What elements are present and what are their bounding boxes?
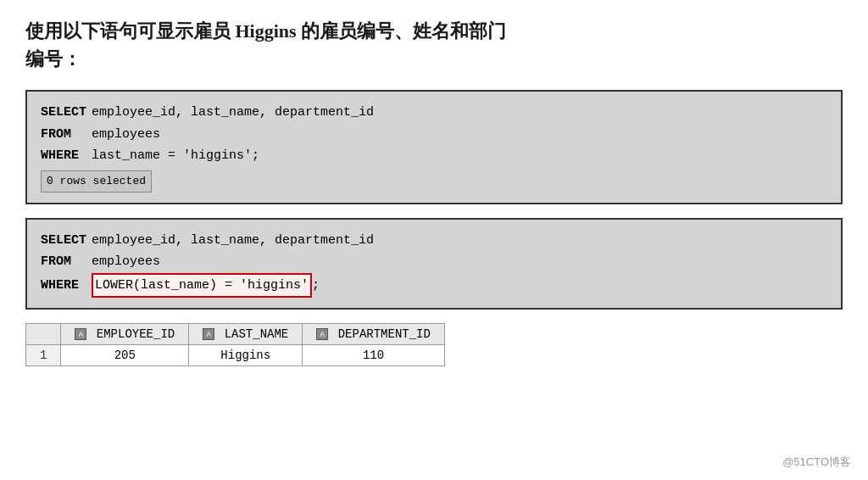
table-header-department-id: A DEPARTMENT_ID	[303, 324, 445, 345]
keyword-select-1: SELECT	[41, 102, 92, 124]
cell-last-name: Higgins	[189, 345, 303, 366]
where-post: ;	[312, 275, 320, 297]
select-fields-1: employee_id, last_name, department_id	[92, 102, 374, 124]
column-icon-department-id: A	[316, 328, 328, 340]
table-header-row: A EMPLOYEE_ID A LAST_NAME A DEPARTMENT_I…	[26, 324, 445, 345]
code-block-2: SELECT employee_id, last_name, departmen…	[25, 218, 843, 310]
cell-department-id: 110	[303, 345, 445, 366]
watermark: @51CTO博客	[782, 455, 851, 470]
column-icon-last-name: A	[203, 328, 214, 340]
code-line-where-2: WHERE LOWER(last_name) = 'higgins' ;	[41, 273, 827, 299]
code-line-select-1: SELECT employee_id, last_name, departmen…	[41, 102, 827, 124]
table-header-last-name: A LAST_NAME	[189, 324, 303, 345]
result-table: A EMPLOYEE_ID A LAST_NAME A DEPARTMENT_I…	[25, 323, 445, 366]
result-badge-1: 0 rows selected	[41, 167, 827, 193]
highlighted-condition: LOWER(last_name) = 'higgins'	[92, 273, 312, 299]
from-table-2: employees	[92, 251, 160, 273]
table-header-empty	[26, 324, 61, 345]
select-fields-2: employee_id, last_name, department_id	[92, 230, 374, 252]
cell-employee-id: 205	[61, 345, 189, 366]
where-condition-1: last_name = 'higgins';	[92, 145, 259, 167]
code-line-from-1: FROM employees	[41, 124, 827, 146]
table-row: 1 205 Higgins 110	[26, 345, 445, 366]
keyword-from-2: FROM	[41, 251, 92, 273]
table-header-employee-id: A EMPLOYEE_ID	[61, 324, 189, 345]
column-icon-employee-id: A	[75, 328, 86, 340]
row-number: 1	[26, 345, 61, 366]
keyword-select-2: SELECT	[41, 230, 92, 252]
code-line-from-2: FROM employees	[41, 251, 827, 273]
code-line-where-1: WHERE last_name = 'higgins';	[41, 145, 827, 167]
page-heading: 使用以下语句可显示雇员 Higgins 的雇员编号、姓名和部门 编号：	[25, 17, 843, 73]
keyword-from-1: FROM	[41, 124, 92, 146]
keyword-where-1: WHERE	[41, 145, 92, 167]
keyword-where-2: WHERE	[41, 275, 92, 297]
from-table-1: employees	[92, 124, 160, 146]
code-block-1: SELECT employee_id, last_name, departmen…	[25, 90, 843, 204]
code-line-select-2: SELECT employee_id, last_name, departmen…	[41, 230, 827, 252]
